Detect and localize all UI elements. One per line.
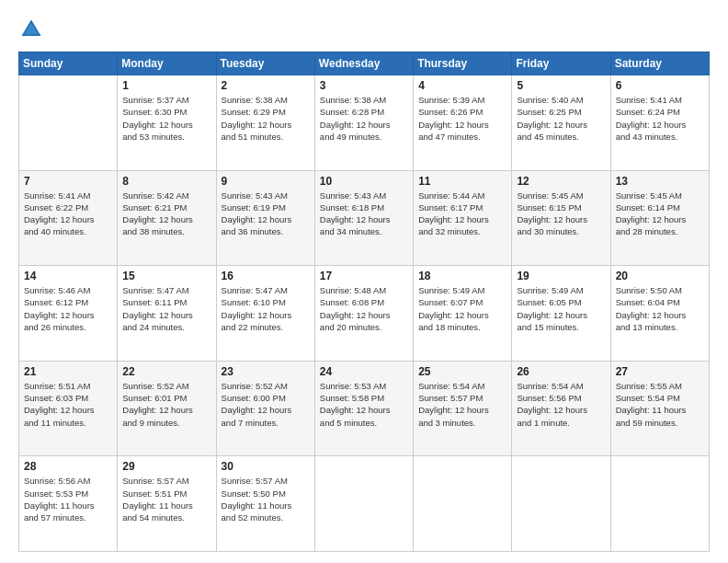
calendar-cell: 23Sunrise: 5:52 AM Sunset: 6:00 PM Dayli…: [216, 361, 314, 456]
day-number: 1: [122, 79, 210, 92]
calendar-cell: 5Sunrise: 5:40 AM Sunset: 6:25 PM Daylig…: [512, 75, 610, 171]
day-number: 6: [616, 79, 704, 92]
page: SundayMondayTuesdayWednesdayThursdayFrid…: [0, 0, 728, 563]
calendar-cell: 18Sunrise: 5:49 AM Sunset: 6:07 PM Dayli…: [414, 266, 512, 362]
weekday-header-monday: Monday: [118, 52, 216, 75]
day-info: Sunrise: 5:57 AM Sunset: 5:50 PM Dayligh…: [222, 475, 310, 523]
calendar-cell: 4Sunrise: 5:39 AM Sunset: 6:26 PM Daylig…: [414, 75, 512, 171]
calendar-cell: [314, 456, 413, 552]
day-number: 27: [616, 365, 704, 378]
calendar-cell: 14Sunrise: 5:46 AM Sunset: 6:12 PM Dayli…: [19, 266, 118, 362]
day-info: Sunrise: 5:50 AM Sunset: 6:04 PM Dayligh…: [616, 284, 704, 333]
day-number: 3: [320, 79, 408, 92]
day-info: Sunrise: 5:47 AM Sunset: 6:11 PM Dayligh…: [122, 284, 210, 333]
calendar-cell: 26Sunrise: 5:54 AM Sunset: 5:56 PM Dayli…: [512, 361, 610, 456]
day-number: 20: [616, 270, 704, 282]
calendar-cell: 24Sunrise: 5:53 AM Sunset: 5:58 PM Dayli…: [314, 361, 413, 456]
day-info: Sunrise: 5:57 AM Sunset: 5:51 PM Dayligh…: [122, 475, 210, 523]
day-number: 13: [616, 175, 704, 188]
day-number: 16: [222, 270, 310, 282]
day-number: 28: [24, 460, 112, 473]
day-number: 30: [222, 460, 310, 473]
day-info: Sunrise: 5:45 AM Sunset: 6:15 PM Dayligh…: [517, 190, 605, 238]
calendar-table: SundayMondayTuesdayWednesdayThursdayFrid…: [18, 52, 710, 552]
day-info: Sunrise: 5:42 AM Sunset: 6:21 PM Dayligh…: [122, 190, 210, 238]
calendar-cell: 6Sunrise: 5:41 AM Sunset: 6:24 PM Daylig…: [610, 75, 709, 171]
day-info: Sunrise: 5:46 AM Sunset: 6:12 PM Dayligh…: [24, 284, 112, 333]
calendar-cell: 22Sunrise: 5:52 AM Sunset: 6:01 PM Dayli…: [118, 361, 216, 456]
logo-icon: [18, 17, 44, 42]
day-number: 4: [418, 79, 506, 92]
calendar-cell: [19, 75, 118, 171]
day-info: Sunrise: 5:38 AM Sunset: 6:29 PM Dayligh…: [222, 94, 310, 143]
calendar-cell: 1Sunrise: 5:37 AM Sunset: 6:30 PM Daylig…: [118, 75, 216, 171]
day-info: Sunrise: 5:48 AM Sunset: 6:08 PM Dayligh…: [320, 284, 408, 333]
weekday-header-wednesday: Wednesday: [314, 52, 413, 75]
day-number: 14: [24, 270, 112, 282]
calendar-cell: 29Sunrise: 5:57 AM Sunset: 5:51 PM Dayli…: [118, 456, 216, 552]
calendar-cell: 30Sunrise: 5:57 AM Sunset: 5:50 PM Dayli…: [216, 456, 314, 552]
weekday-header-saturday: Saturday: [610, 52, 709, 75]
calendar-cell: 2Sunrise: 5:38 AM Sunset: 6:29 PM Daylig…: [216, 75, 314, 171]
day-info: Sunrise: 5:55 AM Sunset: 5:54 PM Dayligh…: [616, 380, 704, 429]
day-info: Sunrise: 5:49 AM Sunset: 6:05 PM Dayligh…: [517, 284, 605, 333]
day-number: 23: [222, 365, 310, 378]
calendar-cell: 25Sunrise: 5:54 AM Sunset: 5:57 PM Dayli…: [414, 361, 512, 456]
calendar-cell: 28Sunrise: 5:56 AM Sunset: 5:53 PM Dayli…: [19, 456, 118, 552]
calendar-cell: 16Sunrise: 5:47 AM Sunset: 6:10 PM Dayli…: [216, 266, 314, 362]
header: [18, 17, 710, 42]
day-number: 8: [122, 175, 210, 188]
calendar-week-row: 28Sunrise: 5:56 AM Sunset: 5:53 PM Dayli…: [19, 456, 710, 552]
day-info: Sunrise: 5:51 AM Sunset: 6:03 PM Dayligh…: [24, 380, 112, 429]
calendar-cell: 21Sunrise: 5:51 AM Sunset: 6:03 PM Dayli…: [19, 361, 118, 456]
calendar-cell: 10Sunrise: 5:43 AM Sunset: 6:18 PM Dayli…: [314, 170, 413, 266]
day-number: 25: [418, 365, 506, 378]
logo: [18, 17, 48, 42]
calendar-cell: [610, 456, 709, 552]
calendar-cell: 8Sunrise: 5:42 AM Sunset: 6:21 PM Daylig…: [118, 170, 216, 266]
day-info: Sunrise: 5:43 AM Sunset: 6:19 PM Dayligh…: [222, 190, 310, 238]
day-number: 18: [418, 270, 506, 282]
calendar-cell: 12Sunrise: 5:45 AM Sunset: 6:15 PM Dayli…: [512, 170, 610, 266]
day-number: 17: [320, 270, 408, 282]
day-number: 19: [517, 270, 605, 282]
day-number: 15: [122, 270, 210, 282]
day-info: Sunrise: 5:41 AM Sunset: 6:24 PM Dayligh…: [616, 94, 704, 143]
calendar-cell: 17Sunrise: 5:48 AM Sunset: 6:08 PM Dayli…: [314, 266, 413, 362]
day-info: Sunrise: 5:44 AM Sunset: 6:17 PM Dayligh…: [418, 190, 506, 238]
day-number: 2: [222, 79, 310, 92]
day-number: 26: [517, 365, 605, 378]
day-number: 12: [517, 175, 605, 188]
calendar-cell: 19Sunrise: 5:49 AM Sunset: 6:05 PM Dayli…: [512, 266, 610, 362]
day-info: Sunrise: 5:40 AM Sunset: 6:25 PM Dayligh…: [517, 94, 605, 143]
calendar-cell: 13Sunrise: 5:45 AM Sunset: 6:14 PM Dayli…: [610, 170, 709, 266]
day-info: Sunrise: 5:49 AM Sunset: 6:07 PM Dayligh…: [418, 284, 506, 333]
calendar-week-row: 1Sunrise: 5:37 AM Sunset: 6:30 PM Daylig…: [19, 75, 710, 171]
day-number: 5: [517, 79, 605, 92]
calendar-cell: 20Sunrise: 5:50 AM Sunset: 6:04 PM Dayli…: [610, 266, 709, 362]
day-info: Sunrise: 5:52 AM Sunset: 6:01 PM Dayligh…: [122, 380, 210, 429]
calendar-cell: 3Sunrise: 5:38 AM Sunset: 6:28 PM Daylig…: [314, 75, 413, 171]
day-info: Sunrise: 5:54 AM Sunset: 5:57 PM Dayligh…: [418, 380, 506, 429]
day-info: Sunrise: 5:47 AM Sunset: 6:10 PM Dayligh…: [222, 284, 310, 333]
calendar-week-row: 14Sunrise: 5:46 AM Sunset: 6:12 PM Dayli…: [19, 266, 710, 362]
day-info: Sunrise: 5:45 AM Sunset: 6:14 PM Dayligh…: [616, 190, 704, 238]
day-info: Sunrise: 5:56 AM Sunset: 5:53 PM Dayligh…: [24, 475, 112, 523]
day-info: Sunrise: 5:43 AM Sunset: 6:18 PM Dayligh…: [320, 190, 408, 238]
day-number: 9: [222, 175, 310, 188]
day-info: Sunrise: 5:54 AM Sunset: 5:56 PM Dayligh…: [517, 380, 605, 429]
weekday-header-row: SundayMondayTuesdayWednesdayThursdayFrid…: [19, 52, 710, 75]
calendar-cell: 9Sunrise: 5:43 AM Sunset: 6:19 PM Daylig…: [216, 170, 314, 266]
weekday-header-friday: Friday: [512, 52, 610, 75]
calendar-cell: 15Sunrise: 5:47 AM Sunset: 6:11 PM Dayli…: [118, 266, 216, 362]
calendar-cell: 27Sunrise: 5:55 AM Sunset: 5:54 PM Dayli…: [610, 361, 709, 456]
weekday-header-sunday: Sunday: [19, 52, 118, 75]
calendar-week-row: 7Sunrise: 5:41 AM Sunset: 6:22 PM Daylig…: [19, 170, 710, 266]
day-info: Sunrise: 5:41 AM Sunset: 6:22 PM Dayligh…: [24, 190, 112, 238]
weekday-header-tuesday: Tuesday: [216, 52, 314, 75]
day-number: 10: [320, 175, 408, 188]
calendar-cell: 11Sunrise: 5:44 AM Sunset: 6:17 PM Dayli…: [414, 170, 512, 266]
day-number: 7: [24, 175, 112, 188]
weekday-header-thursday: Thursday: [414, 52, 512, 75]
day-number: 29: [122, 460, 210, 473]
